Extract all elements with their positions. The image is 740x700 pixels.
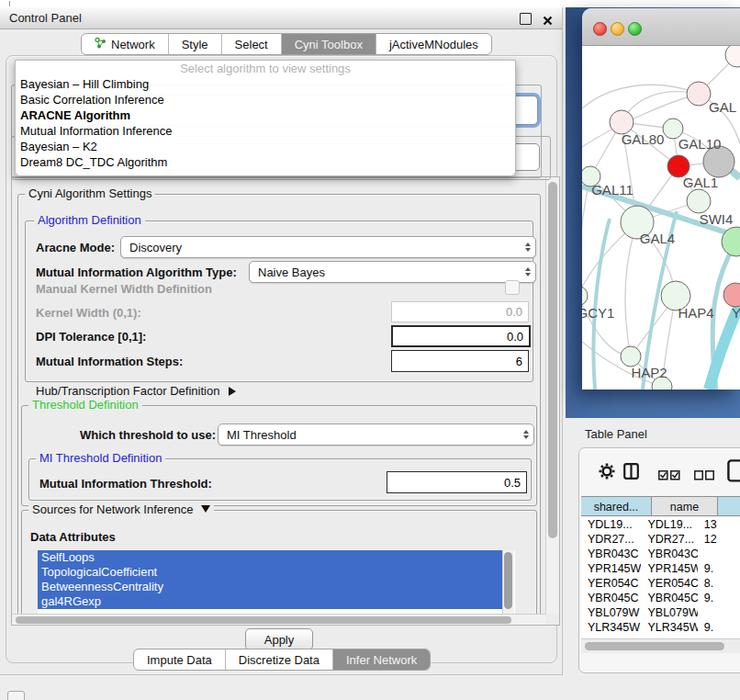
data-attributes-list[interactable]: SelfLoopsTopologicalCoefficientBetweenne… bbox=[38, 550, 515, 614]
sources-legend[interactable]: Sources for Network Inference bbox=[28, 502, 214, 516]
network-node[interactable] bbox=[687, 189, 711, 213]
tab-network[interactable]: Network bbox=[82, 34, 168, 54]
table-row[interactable]: YBR043CYBR043C bbox=[581, 547, 740, 561]
table-cell: YBR045C bbox=[581, 591, 641, 605]
mi-threshold-legend: MI Threshold Definition bbox=[36, 451, 165, 465]
algorithm-dropdown-popup[interactable]: Select algorithm to view settings Bayesi… bbox=[15, 60, 516, 176]
node-label-swi4: SWI4 bbox=[700, 211, 734, 227]
table-cell: 13 bbox=[698, 517, 740, 532]
settings-horizontal-scrollbar[interactable] bbox=[12, 614, 545, 626]
table-row[interactable]: YLR345WYLR345W9. bbox=[581, 620, 740, 635]
algorithm-option-basic-correlation-inference[interactable]: Basic Correlation Inference bbox=[20, 92, 515, 107]
table-cell: YIL052C bbox=[641, 635, 697, 638]
network-view-window[interactable]: GALGAL80GAL10GAL1GAL11GAL4SWI4GCY1HAP4YH… bbox=[582, 8, 740, 390]
algorithm-popup-list: Bayesian – Hill ClimbingBasic Correlatio… bbox=[16, 76, 515, 170]
manual-kernel-checkbox[interactable] bbox=[505, 280, 520, 295]
mac-zoom-button[interactable] bbox=[628, 22, 642, 36]
bottom-tabs: Impute DataDiscretize DataInfer Network bbox=[133, 649, 431, 671]
which-threshold-combo[interactable]: MI Threshold bbox=[218, 423, 534, 446]
algorithm-popup-placeholder: Select algorithm to view settings bbox=[16, 62, 515, 76]
mi-threshold-label: Mutual Information Threshold: bbox=[39, 477, 212, 491]
algorithm-definition-legend: Algorithm Definition bbox=[34, 213, 145, 227]
mi-type-label: Mutual Information Algorithm Type: bbox=[36, 265, 237, 279]
hub-definition-toggle[interactable]: Hub/Transcription Factor Definition bbox=[36, 384, 236, 398]
table-row[interactable]: YIL052CYIL052C9 bbox=[581, 635, 740, 638]
table-row[interactable]: YPR145WYPR145W9. bbox=[581, 561, 740, 576]
column-header-a[interactable]: A bbox=[718, 496, 740, 516]
combo-arrows-icon bbox=[523, 430, 529, 439]
file-icon[interactable] bbox=[727, 459, 740, 483]
mi-type-combo[interactable]: Naive Bayes bbox=[249, 261, 536, 283]
tab-jactivemnodules[interactable]: jActiveMNodules bbox=[376, 34, 491, 54]
table-row[interactable]: YBL079WYBL079W bbox=[581, 605, 740, 620]
table-row[interactable]: YDR27...YDR27...12 bbox=[581, 532, 740, 547]
which-threshold-label: Which threshold to use: bbox=[80, 428, 216, 442]
table-row[interactable]: YER054CYER054C8. bbox=[581, 576, 740, 591]
table-cell bbox=[698, 547, 740, 561]
table-cell: YPR145W bbox=[641, 561, 697, 576]
column-header-name[interactable]: name bbox=[652, 496, 718, 516]
network-node-y[interactable] bbox=[723, 283, 740, 307]
table-cell: 8. bbox=[698, 576, 740, 591]
network-window-titlebar[interactable] bbox=[582, 8, 740, 46]
float-window-icon[interactable] bbox=[520, 13, 532, 25]
table-cell: YDR27... bbox=[641, 532, 697, 547]
algorithm-option-dream8-dc-tdc-algorithm[interactable]: Dream8 DC_TDC Algorithm bbox=[20, 154, 515, 170]
threshold-definition-legend: Threshold Definition bbox=[28, 398, 142, 412]
tab-discretize-data[interactable]: Discretize Data bbox=[225, 649, 332, 670]
tab-impute-data[interactable]: Impute Data bbox=[134, 649, 225, 670]
table-cell: YBL079W bbox=[641, 605, 697, 620]
table-cell: 9 bbox=[698, 635, 740, 638]
algorithm-option-bayesian-k2[interactable]: Bayesian – K2 bbox=[20, 139, 515, 154]
table-cell: YBR043C bbox=[641, 547, 697, 561]
network-node-gcy1[interactable] bbox=[582, 286, 588, 306]
minimized-panel-icon[interactable] bbox=[7, 691, 25, 700]
table-cell: YBR045C bbox=[641, 591, 697, 605]
aracne-mode-combo[interactable]: Discovery bbox=[120, 236, 536, 258]
mi-threshold-field[interactable]: 0.5 bbox=[387, 471, 527, 493]
attribute-betweennesscentrality[interactable]: BetweennessCentrality bbox=[38, 580, 503, 594]
tab-infer-network[interactable]: Infer Network bbox=[332, 649, 430, 670]
attribute-gal4rgexp[interactable]: gal4RGexp bbox=[38, 594, 503, 609]
split-columns-icon[interactable] bbox=[623, 463, 639, 483]
attribute-topologicalcoefficient[interactable]: TopologicalCoefficient bbox=[38, 565, 503, 580]
node-label-gal10: GAL10 bbox=[678, 136, 722, 152]
which-threshold-value: MI Threshold bbox=[227, 428, 297, 442]
attr-list-scrollbar[interactable] bbox=[502, 550, 514, 614]
tab-select[interactable]: Select bbox=[221, 34, 281, 54]
network-node-gal[interactable] bbox=[687, 82, 711, 106]
table-header: shared...nameA bbox=[581, 496, 740, 516]
network-node[interactable] bbox=[725, 46, 740, 67]
top-strip-tick bbox=[9, 1, 10, 6]
unchecked-pair-icon[interactable] bbox=[694, 468, 714, 484]
node-label-gal4: GAL4 bbox=[640, 231, 675, 246]
algorithm-option-aracne-algorithm[interactable]: ARACNE Algorithm bbox=[20, 107, 515, 123]
control-panel-titlebar[interactable]: Control Panel bbox=[0, 7, 562, 29]
close-icon[interactable] bbox=[543, 13, 553, 23]
network-node-hap2[interactable] bbox=[621, 346, 641, 367]
kernel-width-field[interactable]: 0.0 bbox=[391, 301, 529, 322]
column-header-shared[interactable]: shared... bbox=[581, 496, 652, 516]
mac-close-button[interactable] bbox=[593, 22, 607, 36]
combo-arrows-icon bbox=[525, 243, 531, 252]
table-cell: YBL079W bbox=[581, 605, 641, 620]
aracne-mode-value: Discovery bbox=[129, 241, 182, 254]
node-label-gal80: GAL80 bbox=[622, 131, 665, 147]
algorithm-option-mutual-information-inference[interactable]: Mutual Information Inference bbox=[20, 123, 515, 139]
mi-steps-field[interactable]: 6 bbox=[391, 350, 529, 372]
mac-minimize-button[interactable] bbox=[611, 22, 624, 36]
settings-vertical-scrollbar[interactable] bbox=[545, 177, 559, 614]
table-row[interactable]: YDL19...YDL19...13 bbox=[581, 517, 740, 532]
network-graph[interactable]: GALGAL80GAL10GAL1GAL11GAL4SWI4GCY1HAP4YH… bbox=[582, 46, 740, 390]
apply-button[interactable]: Apply bbox=[245, 628, 313, 650]
tab-cyni-toolbox[interactable]: Cyni Toolbox bbox=[281, 34, 376, 54]
dpi-tolerance-field[interactable]: 0.0 bbox=[391, 325, 531, 347]
checked-pair-icon[interactable] bbox=[658, 468, 680, 484]
algorithm-option-bayesian-hill-climbing[interactable]: Bayesian – Hill Climbing bbox=[20, 76, 515, 92]
gear-icon[interactable] bbox=[598, 462, 616, 484]
table-horizontal-scrollbar[interactable] bbox=[581, 638, 740, 653]
table-row[interactable]: YBR045CYBR045C9. bbox=[581, 591, 740, 605]
attribute-selfloops[interactable]: SelfLoops bbox=[38, 550, 503, 565]
cyni-settings-legend: Cyni Algorithm Settings bbox=[25, 186, 155, 200]
tab-style[interactable]: Style bbox=[168, 34, 221, 54]
